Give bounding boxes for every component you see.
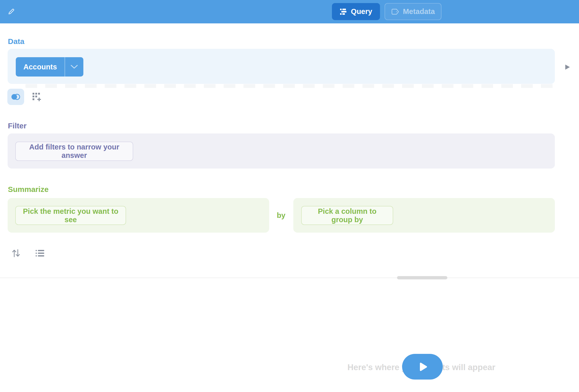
custom-column-icon <box>32 93 41 101</box>
edit-question-button[interactable] <box>6 6 17 17</box>
query-builder-page: Query Metadata Data Accounts <box>0 0 579 392</box>
top-header-bar: Query Metadata <box>0 0 579 23</box>
tab-query-label: Query <box>351 7 372 16</box>
summarize-metric-container: Pick the metric you want to see <box>8 198 269 233</box>
pick-group-column-button[interactable]: Pick a column to group by <box>301 206 393 225</box>
custom-column-button[interactable] <box>31 91 43 102</box>
data-source-button[interactable]: Accounts <box>16 57 83 77</box>
chevron-down-icon[interactable] <box>65 57 83 77</box>
tab-metadata[interactable]: Metadata <box>385 3 441 20</box>
preview-step-button[interactable] <box>562 62 572 72</box>
join-venn-icon <box>11 93 21 100</box>
data-step-container: Accounts <box>8 49 555 84</box>
run-play-icon <box>417 362 428 371</box>
summarize-groupby-container: Pick a column to group by <box>293 198 555 233</box>
list-icon <box>35 249 44 257</box>
faded-columns-row <box>25 84 554 88</box>
pane-divider <box>0 278 579 278</box>
data-source-label[interactable]: Accounts <box>16 57 65 77</box>
pick-metric-button[interactable]: Pick the metric you want to see <box>15 206 126 225</box>
sort-step-button[interactable] <box>11 248 21 258</box>
add-filter-button[interactable]: Add filters to narrow your answer <box>15 142 133 161</box>
play-icon <box>564 64 571 70</box>
data-step-title: Data <box>8 37 24 46</box>
summarize-by-connector: by <box>277 211 285 220</box>
summarize-step-title: Summarize <box>8 185 49 194</box>
notebook-icon <box>340 8 347 15</box>
tab-metadata-label: Metadata <box>403 7 435 16</box>
sort-arrows-icon <box>11 249 21 258</box>
tag-icon <box>391 8 399 15</box>
pencil-icon <box>8 8 15 15</box>
filter-step-title: Filter <box>8 122 26 130</box>
join-data-button[interactable] <box>7 89 24 105</box>
tab-query[interactable]: Query <box>332 3 380 20</box>
resize-drag-handle[interactable] <box>397 276 447 279</box>
filter-step-container: Add filters to narrow your answer <box>8 133 555 169</box>
row-limit-button[interactable] <box>35 248 45 258</box>
run-query-button[interactable] <box>402 354 443 380</box>
